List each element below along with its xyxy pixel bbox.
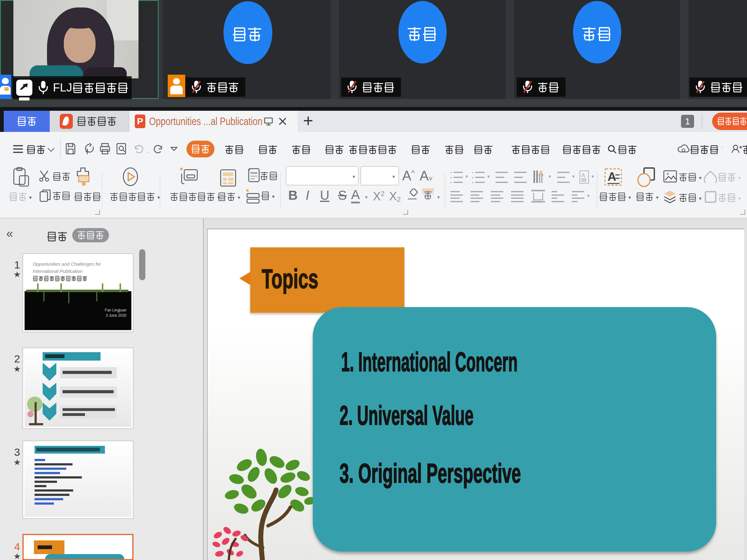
svg-text:*: *	[180, 167, 183, 175]
svg-text:A: A	[608, 170, 616, 183]
